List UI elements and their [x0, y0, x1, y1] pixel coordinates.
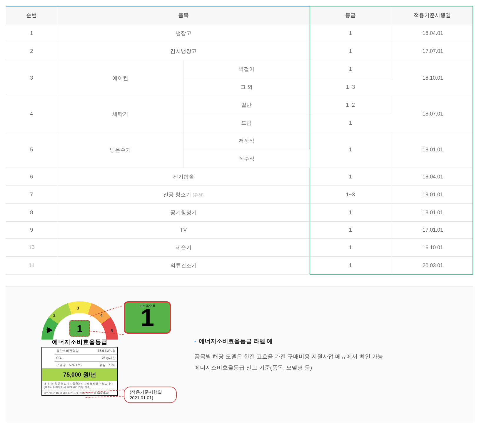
- table-row: 8 공기청정기 1 '18.01.01: [6, 204, 473, 222]
- cell-date: '20.03.01: [391, 257, 473, 275]
- label-title: 에너지소비효율등급: [47, 338, 112, 346]
- cell-num: 11: [6, 257, 57, 275]
- table-row: 5 냉온수기 저장식 1 '18.01.01: [6, 132, 473, 150]
- label-row: 모델명 : A-B713C 용량 : 714L: [54, 362, 117, 368]
- label-row-unit: kWh/월: [105, 349, 116, 352]
- label-row-label: CO₂: [56, 356, 62, 360]
- gauge-tick-3: 3: [77, 306, 79, 310]
- cell-num: 8: [6, 204, 57, 222]
- cell-num: 7: [6, 186, 57, 204]
- cell-date: '18.01.01: [391, 132, 473, 168]
- table-header-row: 순번 품목 등급 적용기준시행일: [6, 6, 473, 24]
- cell-num: 4: [6, 96, 57, 132]
- cell-subitem: 저장식: [183, 132, 310, 150]
- label-row-value: 용량 : 714L: [99, 363, 116, 367]
- cell-grade: 1: [310, 257, 391, 275]
- gauge-tick-2: 2: [53, 313, 56, 318]
- cell-item: 의류건조기: [57, 257, 310, 275]
- gauge-arrow-icon: [47, 327, 53, 333]
- col-grade: 등급: [310, 6, 391, 24]
- col-date: 적용기준시행일: [391, 6, 473, 24]
- cell-date: '19.01.01: [391, 186, 473, 204]
- energy-label-image: 1 2 3 4 5 1 가까울수록 1 에너지소비효율등급 KC 월간소비전력량…: [24, 298, 177, 410]
- cell-grade: 1: [310, 42, 391, 60]
- cell-item: 냉온수기: [57, 132, 183, 168]
- cell-num: 6: [6, 168, 57, 186]
- cell-grade: 1~2: [310, 96, 391, 114]
- cell-date: '18.10.01: [391, 60, 473, 96]
- cell-item: 공기청정기: [57, 204, 310, 222]
- label-row-label: 월간소비전력량: [56, 349, 79, 353]
- zoom-caption: 가까울수록: [125, 304, 170, 308]
- desc-heading: 에너지소비효율등급 라벨 예: [194, 335, 455, 347]
- table-row: 9 TV 1 '17.01.01: [6, 222, 473, 239]
- cell-num: 2: [6, 42, 57, 60]
- cell-date: '18.04.01: [391, 24, 473, 42]
- gauge-tick-4: 4: [100, 313, 103, 318]
- cell-subitem: 직수식: [183, 150, 310, 168]
- cell-date: '18.01.01: [391, 204, 473, 222]
- cell-grade: 1: [310, 24, 391, 42]
- cell-grade: 1: [310, 60, 391, 78]
- gauge-tick-5: 5: [111, 328, 113, 333]
- gauge-grade-badge: 1: [69, 320, 90, 337]
- cell-grade: 1~3: [310, 78, 391, 96]
- cell-num: 3: [6, 60, 57, 96]
- cell-item: 에어컨: [57, 60, 183, 96]
- cell-item: 김치냉장고: [57, 42, 310, 60]
- table-row: 6 전기밥솥 1 '18.04.01: [6, 168, 473, 186]
- cell-item: 진공 청소기 (유선): [57, 186, 310, 204]
- cell-date: '17.07.01: [391, 42, 473, 60]
- apply-date-pill: (적용기준시행일 2021.01.01): [124, 387, 177, 403]
- label-row-unit: g/시간: [106, 356, 116, 360]
- cell-num: 5: [6, 132, 57, 168]
- label-body: 월간소비전력량 38.9 kWh/월 CO₂ 23 g/시간 모델명 : A-B…: [41, 347, 118, 396]
- cell-num: 10: [6, 239, 57, 257]
- label-row-label: 모델명 : A-B713C: [56, 363, 82, 367]
- cell-grade: 1: [310, 168, 391, 186]
- cell-item: 제습기: [57, 239, 310, 257]
- table-row: 3 에어컨 벽걸이 1 '18.10.01: [6, 60, 473, 78]
- label-annual-cost: 75,000 원/년: [42, 368, 117, 381]
- cell-num: 9: [6, 222, 57, 239]
- col-item: 품목: [57, 6, 310, 24]
- grade-table-container: 순번 품목 등급 적용기준시행일 1 냉장고 1 '18.04.01 2 김치냉…: [6, 6, 473, 275]
- table-row: 7 진공 청소기 (유선) 1~3 '19.01.01: [6, 186, 473, 204]
- cell-grade: 1: [310, 204, 391, 222]
- cell-date: '17.01.01: [391, 222, 473, 239]
- cell-grade: 1: [310, 114, 391, 132]
- table-row: 4 세탁기 일반 1~2 '18.07.01: [6, 96, 473, 114]
- cell-date: '16.10.01: [391, 239, 473, 257]
- cell-item: 세탁기: [57, 96, 183, 132]
- cell-subitem: 일반: [183, 96, 310, 114]
- label-row-value: 23: [102, 356, 106, 360]
- callout-line-icon: [86, 396, 124, 398]
- desc-line: 품목별 해당 모델은 한전 고효율 가전 구매비용 지원사업 메뉴에서 확인 가…: [194, 351, 455, 362]
- table-row: 11 의류건조기 1 '20.03.01: [6, 257, 473, 275]
- cell-grade: 1: [310, 132, 391, 168]
- cell-item: 전기밥솥: [57, 168, 310, 186]
- table-row: 1 냉장고 1 '18.04.01: [6, 24, 473, 42]
- cell-item: 냉장고: [57, 24, 310, 42]
- cell-subitem: 드럼: [183, 114, 310, 132]
- zoom-grade-badge: 가까울수록 1: [124, 301, 171, 334]
- cell-subitem: 그 외: [183, 78, 310, 96]
- cell-grade: 1~3: [310, 186, 391, 204]
- cell-num: 1: [6, 24, 57, 42]
- note-small: (유선): [193, 193, 203, 197]
- table-row: 10 제습기 1 '16.10.01: [6, 239, 473, 257]
- label-description: 에너지소비효율등급 라벨 예 품목별 해당 모델은 한전 고효율 가전 구매비용…: [194, 335, 455, 373]
- label-footnote: 에너지비용 등은 실제 사용환경에 따라 달라질 수 있습니다. (표준시험환경…: [42, 381, 117, 390]
- cell-date: '18.04.01: [391, 168, 473, 186]
- label-row: 월간소비전력량 38.9 kWh/월: [54, 347, 117, 355]
- col-num: 순번: [6, 6, 57, 24]
- cell-subitem: 벽걸이: [183, 60, 310, 78]
- desc-line: 에너지소비효율등급 신고 기준(품목, 모델명 등): [194, 362, 455, 373]
- cell-date: '18.07.01: [391, 96, 473, 132]
- grade-table: 순번 품목 등급 적용기준시행일 1 냉장고 1 '18.04.01 2 김치냉…: [6, 6, 473, 275]
- label-row: CO₂ 23 g/시간: [54, 355, 117, 362]
- cell-item: TV: [57, 222, 310, 239]
- cell-grade: 1: [310, 222, 391, 239]
- label-example-section: 1 2 3 4 5 1 가까울수록 1 에너지소비효율등급 KC 월간소비전력량…: [6, 286, 473, 422]
- label-row-value: 38.9: [98, 349, 104, 352]
